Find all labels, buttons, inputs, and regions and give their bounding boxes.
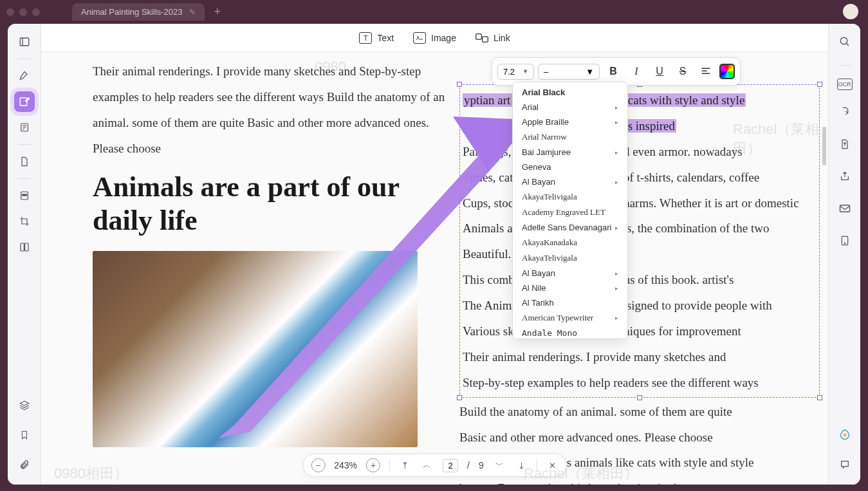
- font-option[interactable]: Al Bayan▸: [513, 266, 627, 281]
- chevron-right-icon: ▸: [615, 225, 618, 231]
- export-icon[interactable]: [835, 134, 855, 154]
- strikethrough-button[interactable]: S: [673, 62, 692, 81]
- page-icon[interactable]: [14, 151, 35, 172]
- minimize-window-icon[interactable]: [19, 8, 27, 16]
- paragraph-line[interactable]: beauty. For centuries, this horse has in…: [459, 476, 820, 485]
- attachment-icon[interactable]: [14, 454, 35, 475]
- font-family-dropdown[interactable]: Arial BlackArial▸Apple Braille▸Arial Nar…: [512, 82, 628, 339]
- search-icon[interactable]: [835, 32, 855, 52]
- svg-line-20: [846, 43, 849, 46]
- font-option[interactable]: Andale Mono: [513, 326, 627, 339]
- first-page-button[interactable]: ⤒: [399, 459, 411, 472]
- font-option-label: AkayaTelivigala: [522, 192, 577, 202]
- scrollbar[interactable]: [822, 127, 826, 165]
- edit-icon[interactable]: ✎: [189, 8, 196, 17]
- font-option[interactable]: Geneva: [513, 160, 627, 174]
- window-controls: [6, 8, 40, 16]
- share-icon[interactable]: [835, 166, 855, 187]
- document-canvas[interactable]: 0980 Rachel（莱相田） 0980相田） Rachel（莱相田） The…: [41, 52, 828, 485]
- font-option-label: Geneva: [522, 162, 551, 172]
- email-icon[interactable]: [835, 198, 855, 219]
- font-option-label: Arial Black: [522, 88, 565, 97]
- reader-mode-icon[interactable]: [14, 32, 35, 52]
- titlebar: Animal Painting Skills-2023 ✎ +: [0, 0, 868, 24]
- convert-icon[interactable]: [835, 102, 855, 122]
- layers-icon[interactable]: [14, 395, 35, 416]
- redact-icon[interactable]: [14, 185, 35, 206]
- svg-rect-21: [840, 205, 849, 212]
- font-option[interactable]: Arial Black: [513, 85, 627, 100]
- paragraph-line[interactable]: Step-by-step examples to help readers se…: [463, 370, 817, 396]
- next-page-button[interactable]: ﹀: [493, 458, 506, 472]
- font-option[interactable]: AkayaTelivigala: [513, 189, 627, 205]
- chevron-right-icon: ▸: [615, 104, 618, 111]
- page-separator: /: [467, 460, 470, 470]
- font-option[interactable]: AkayaKanadaka: [513, 235, 627, 250]
- font-size-select[interactable]: 7.2 ▼: [497, 64, 534, 80]
- font-option[interactable]: American Typewriter▸: [513, 310, 627, 326]
- font-option[interactable]: Arial Narrow: [513, 129, 627, 145]
- form-icon[interactable]: [14, 117, 35, 138]
- watermark: 0980相田）: [54, 464, 128, 483]
- last-page-button[interactable]: ⤓: [515, 459, 528, 472]
- compare-icon[interactable]: [14, 237, 35, 257]
- underline-button[interactable]: U: [650, 62, 669, 81]
- left-column: Their animal renderings. I provide many …: [93, 59, 453, 447]
- link-label: Link: [494, 33, 510, 43]
- image-button[interactable]: Image: [413, 32, 456, 44]
- prev-page-button[interactable]: ︿: [420, 458, 434, 472]
- crop-icon[interactable]: [14, 211, 35, 232]
- font-option-label: Apple Braille: [522, 117, 569, 127]
- page-heading[interactable]: Animals are a part of our daily life: [93, 171, 453, 239]
- font-family-select[interactable]: – ▼: [538, 64, 600, 80]
- chevron-right-icon: ▸: [615, 179, 618, 185]
- font-option[interactable]: Academy Engraved LET: [513, 205, 627, 220]
- close-window-icon[interactable]: [6, 8, 14, 16]
- page-number-input[interactable]: [443, 459, 458, 472]
- page-total: 9: [479, 460, 484, 470]
- paragraph-line[interactable]: Their animal renderings. I provide many …: [463, 344, 817, 370]
- avatar[interactable]: [843, 4, 858, 19]
- highlight-icon[interactable]: [14, 66, 35, 86]
- font-size-value: 7.2: [503, 67, 515, 77]
- paragraph-text[interactable]: Their animal renderings. I provide many …: [93, 59, 453, 162]
- close-controls-button[interactable]: ✕: [546, 459, 559, 472]
- text-button[interactable]: T Text: [359, 32, 394, 44]
- svg-point-19: [840, 37, 847, 44]
- font-option[interactable]: Al Tarikh: [513, 295, 627, 310]
- font-option[interactable]: AkayaTelivigala: [513, 250, 627, 266]
- font-option[interactable]: Adelle Sans Devanagari▸: [513, 220, 627, 235]
- main-window: T Text Image Link 0980 Rachel（莱相田） 0980相…: [8, 24, 860, 485]
- zoom-in-button[interactable]: +: [366, 458, 380, 472]
- italic-button[interactable]: I: [627, 62, 646, 81]
- add-tab-button[interactable]: +: [214, 5, 221, 19]
- zoom-out-button[interactable]: −: [311, 458, 325, 472]
- chevron-down-icon: ▼: [586, 67, 594, 77]
- paragraph-line[interactable]: Build the anatomy of an animal. some of …: [459, 399, 820, 425]
- document-tab[interactable]: Animal Painting Skills-2023 ✎: [72, 3, 205, 21]
- chevron-right-icon: ▸: [615, 119, 618, 125]
- brand-icon[interactable]: [835, 425, 855, 445]
- link-icon: [476, 32, 488, 44]
- maximize-window-icon[interactable]: [32, 8, 40, 16]
- align-button[interactable]: [696, 62, 716, 81]
- link-button[interactable]: Link: [476, 32, 510, 44]
- bookmark-icon[interactable]: [14, 425, 35, 445]
- paragraph-line[interactable]: Basic and other more advanced ones. Plea…: [459, 425, 820, 450]
- font-option-label: Al Nile: [522, 283, 546, 293]
- font-option[interactable]: Arial▸: [513, 100, 627, 115]
- font-option-label: AkayaKanadaka: [522, 237, 577, 248]
- ocr-icon[interactable]: OCR: [837, 79, 853, 90]
- font-option[interactable]: Apple Braille▸: [513, 115, 627, 129]
- text-color-button[interactable]: [719, 64, 735, 79]
- font-option[interactable]: Bai Jamjuree▸: [513, 145, 627, 160]
- comment-icon[interactable]: [835, 454, 855, 475]
- font-option[interactable]: Al Nile▸: [513, 281, 627, 295]
- bold-button[interactable]: B: [604, 62, 623, 81]
- font-option[interactable]: Al Bayan▸: [513, 174, 627, 189]
- scan-icon[interactable]: [835, 230, 855, 251]
- bottom-controls: − 243% + ⤒ ︿ / 9 ﹀ ⤓ ✕: [302, 454, 567, 477]
- butterfly-painting-image[interactable]: [93, 251, 418, 447]
- edit-text-icon[interactable]: [14, 91, 35, 112]
- right-sidebar: OCR: [828, 24, 860, 485]
